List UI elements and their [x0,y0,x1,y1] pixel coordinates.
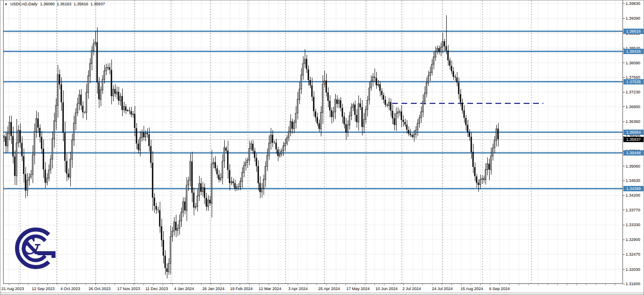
chart-title: ▼ USDCAD,Daily 1.36080 1.36163 1.35816 1… [4,2,105,6]
logo-ampersand: & [21,233,41,260]
date-axis[interactable]: 21 Aug 202312 Sep 20234 Oct 202326 Oct 2… [0,286,644,292]
date-tick-label: 6 Sep 2024 [489,287,510,291]
date-tick-label: 26 Jan 2024 [202,287,225,291]
price-tick-label: 1.35060 [623,164,640,169]
chart-window: ▼ USDCAD,Daily 1.36080 1.36163 1.35816 1… [0,0,644,295]
date-tick-label: 24 Jul 2024 [432,287,453,291]
date-tick-label: 17 May 2024 [346,287,370,291]
date-tick-label: 17 Nov 2023 [117,287,140,291]
price-level-badge: 1.39016 [623,29,644,34]
price-tick-label: 1.37230 [623,90,640,94]
price-tick-label: 1.32030 [623,267,640,272]
price-level-badge: 1.36054 [623,130,644,135]
date-tick-label: 4 Jan 2024 [174,287,194,291]
price-tick-label: 1.38090 [623,61,640,65]
price-tick-label: 1.36800 [623,105,640,109]
ohlc-high: 1.36163 [57,2,72,6]
price-level-badge: 1.37535 [623,79,644,84]
broker-logo-icon: & [12,225,57,271]
window-bottom-edge [0,292,644,295]
price-tick-label: 1.39830 [623,1,640,6]
date-tick-label: 3 Apr 2024 [288,287,308,291]
price-tick-label: 1.36360 [623,119,640,124]
price-level-badge: 1.38426 [623,49,644,54]
price-axis[interactable]: 1.398301.393901.389501.385201.380901.376… [623,0,644,283]
price-tick-label: 1.32900 [623,237,640,242]
date-tick-label: 26 Oct 2023 [89,287,111,291]
price-tick-label: 1.39390 [623,16,640,21]
ohlc-open: 1.36080 [40,2,55,6]
ohlc-low: 1.35816 [74,2,89,6]
date-tick-label: 12 Sep 2023 [32,287,55,291]
date-tick-label: 21 Aug 2023 [1,287,24,291]
price-tick-label: 1.32470 [623,252,640,257]
date-tick-label: 15 Aug 2024 [461,287,483,291]
price-tick-label: 1.33770 [623,208,640,212]
chart-dropdown-arrow-icon[interactable]: ▼ [4,2,8,6]
candlestick-chart-plot[interactable] [0,0,644,293]
date-tick-label: 11 Dec 2023 [145,287,168,291]
ohlc-values: 1.36080 1.36163 1.35816 1.35837 [40,2,105,6]
date-tick-label: 10 Jun 2024 [375,287,398,291]
date-tick-label: 12 Mar 2024 [259,287,281,291]
date-tick-label: 4 Oct 2023 [60,287,80,291]
chart-symbol-timeframe: USDCAD,Daily [10,2,38,6]
price-level-badge: 1.34399 [623,186,644,191]
date-tick-label: 19 Feb 2024 [230,287,253,291]
price-tick-label: 1.31600 [623,282,640,286]
ohlc-close: 1.35837 [90,2,105,6]
date-tick-label: 2 Jul 2024 [402,287,421,291]
price-level-badge: 1.35448 [623,150,644,156]
price-tick-label: 1.34630 [623,178,640,183]
date-tick-label: 25 Apr 2024 [318,287,340,291]
price-tick-label: 1.33330 [623,223,640,227]
price-tick-label: 1.34200 [623,193,640,198]
candlestick-series [4,15,499,278]
current-price-badge: 1.35837 [623,137,644,142]
